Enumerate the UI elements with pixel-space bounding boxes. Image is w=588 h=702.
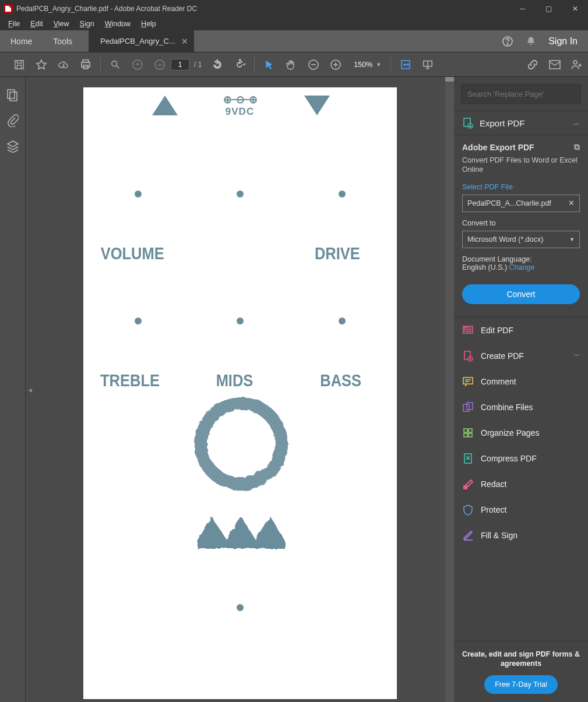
menu-view[interactable]: View [49,19,74,29]
convert-to-label: Convert to [462,219,580,227]
find-icon[interactable] [104,54,126,76]
tool-fill-sign[interactable]: Fill & Sign [454,523,588,548]
tool-combine[interactable]: Combine Files [454,394,588,420]
minimize-button[interactable]: ─ [509,0,536,17]
collapse-left-icon[interactable]: ◂ [28,385,32,394]
convert-button[interactable]: Convert [462,284,580,304]
search-input[interactable] [467,90,575,98]
svg-rect-26 [464,429,467,432]
change-language-link[interactable]: Change [509,263,535,271]
tool-compress[interactable]: Compress PDF [454,446,588,471]
chevron-up-icon[interactable]: ︿ [573,119,580,128]
document-language: Document Language: English (U.S.) Change [462,255,580,271]
sign-in-button[interactable]: Sign In [548,36,578,47]
dot [339,318,346,324]
mail-icon[interactable] [544,54,566,76]
star-icon[interactable] [30,54,52,76]
search-box[interactable] [461,84,581,104]
external-link-icon[interactable]: ⧉ [574,142,580,152]
rotate-cw-icon[interactable] [228,54,251,76]
page-input[interactable] [171,59,189,70]
tab-tools[interactable]: Tools [43,30,83,52]
fit-width-icon[interactable] [395,54,417,76]
read-mode-icon[interactable] [417,54,439,76]
titlebar: PedalPCB_Angry_Charlie.pdf - Adobe Acrob… [0,0,588,17]
tab-document[interactable]: PedalPCB_Angry_C... ✕ [89,30,194,52]
zoom-out-icon[interactable] [302,54,325,76]
tool-protect[interactable]: Protect [454,497,588,523]
attachments-icon[interactable] [7,114,19,127]
tab-close-icon[interactable]: ✕ [181,37,188,46]
svg-rect-31 [464,486,467,489]
zoom-level[interactable]: 150% [354,61,372,69]
thumbnails-icon[interactable] [6,89,19,101]
export-title: Adobe Export PDF [462,143,534,152]
svg-point-7 [133,60,142,69]
svg-point-8 [155,60,164,69]
menu-window[interactable]: Window [100,19,135,29]
help-icon[interactable] [502,36,513,47]
save-icon[interactable] [8,54,30,76]
dot [135,191,142,197]
svg-rect-29 [469,433,472,437]
tool-edit-pdf[interactable]: Edit PDF [454,318,588,343]
svg-rect-4 [82,62,90,67]
dot [237,604,244,611]
export-pdf-header[interactable]: Export PDF ︿ [454,111,588,135]
zoom-in-icon[interactable] [325,54,347,76]
bell-icon[interactable] [525,36,537,47]
toolbar: / 1 150% ▼ [0,52,588,77]
tab-row: Home Tools PedalPCB_Angry_C... ✕ Sign In [0,30,588,52]
menu-sign[interactable]: Sign [75,19,99,29]
svg-point-6 [112,61,117,66]
trial-button[interactable]: Free 7-Day Trial [484,675,558,694]
format-select[interactable]: Microsoft Word (*.docx) ▼ [462,231,580,248]
right-panel: Export PDF ︿ Adobe Export PDF ⧉ Convert … [454,77,588,702]
power-label: ⊕−⊖−⊕ 9VDC [223,93,256,118]
menubar: File Edit View Sign Window Help [0,17,588,30]
maximize-button[interactable]: ▢ [536,0,562,17]
print-icon[interactable] [75,54,97,76]
svg-rect-20 [464,327,467,330]
export-header-label: Export PDF [480,118,568,128]
scrollbar[interactable] [445,77,454,702]
tool-list: Edit PDF Create PDF﹀ Comment Combine Fil… [454,318,588,641]
promo-box: Create, edit and sign PDF forms & agreem… [454,641,588,703]
tool-comment[interactable]: Comment [454,369,588,394]
zigzag-icon [193,507,287,548]
share-user-icon[interactable] [566,54,588,76]
label-volume: VOLUME [100,244,164,263]
svg-rect-23 [463,378,473,384]
selected-file[interactable]: PedalPCB_A...Charlie.pdf ✕ [462,195,580,212]
label-drive: DRIVE [314,244,360,263]
tab-home[interactable]: Home [0,30,43,52]
export-subtitle: Convert PDF Files to Word or Excel Onlin… [462,156,580,175]
label-mids: MIDS [216,371,253,390]
rotate-ccw-icon[interactable] [206,54,228,76]
dot [237,318,244,324]
svg-rect-25 [467,403,473,410]
layers-icon[interactable] [6,140,19,153]
export-body: Adobe Export PDF ⧉ Convert PDF Files to … [454,135,588,318]
menu-help[interactable]: Help [136,19,161,29]
clear-file-icon[interactable]: ✕ [568,199,575,207]
zoom-dropdown-icon[interactable]: ▼ [376,62,381,68]
menu-edit[interactable]: Edit [26,19,48,29]
page-down-icon[interactable] [149,54,171,76]
svg-rect-24 [463,404,469,411]
svg-rect-16 [10,92,17,101]
hand-icon[interactable] [280,54,302,76]
select-file-label: Select PDF File [462,183,580,191]
link-icon[interactable] [522,54,544,76]
close-button[interactable]: ✕ [562,0,588,17]
pdf-page: ⊕−⊖−⊕ 9VDC VOLUME DRIVE TREBLE MIDS BASS [83,87,397,699]
cloud-icon[interactable] [52,54,75,76]
tool-redact[interactable]: Redact [454,471,588,497]
menu-file[interactable]: File [3,19,24,29]
select-arrow-icon[interactable] [258,54,280,76]
document-area[interactable]: ◂ ▸ ⊕−⊖−⊕ 9VDC VOLUME DRIVE TREBLE MIDS … [26,77,454,702]
chevron-down-icon: ﹀ [574,352,580,360]
page-up-icon[interactable] [126,54,149,76]
tool-organize[interactable]: Organize Pages [454,420,588,446]
tool-create-pdf[interactable]: Create PDF﹀ [454,343,588,369]
